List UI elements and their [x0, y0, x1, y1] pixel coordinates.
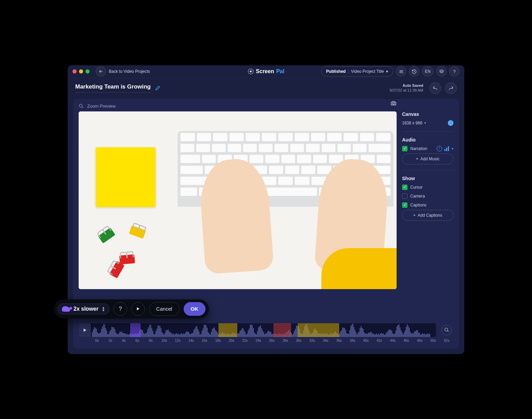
speed-label: 2x slower	[74, 306, 98, 312]
svg-point-15	[444, 328, 448, 331]
speed-toolbar: 2x slower ▲ ▼ ? Cancel OK	[54, 299, 209, 319]
layers-icon[interactable]	[436, 66, 447, 77]
plus-icon: +	[416, 157, 418, 161]
timeline-tick: 26s	[265, 339, 278, 342]
timeline-tick: 2s	[104, 339, 117, 342]
svg-point-10	[393, 103, 394, 104]
ok-button[interactable]: OK	[184, 302, 206, 316]
undo-button[interactable]	[429, 82, 441, 94]
timeline-tick: 22s	[238, 339, 252, 342]
info-icon[interactable]: !	[437, 146, 442, 151]
timeline-play-button[interactable]	[79, 323, 91, 337]
stepper-down-icon[interactable]: ▼	[102, 309, 105, 312]
screenshot-icon[interactable]	[390, 100, 397, 106]
language-button[interactable]: EN	[422, 66, 434, 77]
add-music-button[interactable]: + Add Music	[402, 153, 453, 164]
timeline-region-yellow[interactable]	[298, 323, 339, 337]
svg-marker-7	[439, 69, 443, 71]
window-maximize-button[interactable]	[85, 69, 90, 73]
svg-rect-12	[446, 148, 447, 151]
cancel-button[interactable]: Cancel	[149, 302, 179, 316]
canvas-dimensions-select[interactable]: 1638 x 986 ▾	[402, 120, 453, 126]
speed-selector[interactable]: 2x slower ▲ ▼	[57, 303, 109, 314]
back-label[interactable]: Back to Video Projects	[109, 69, 150, 74]
timeline-region-red[interactable]	[274, 323, 291, 337]
publish-title: Video Project Title	[351, 69, 384, 74]
edit-title-icon[interactable]	[155, 85, 160, 91]
cursor-label: Cursor	[410, 185, 423, 190]
toolbar-help-button[interactable]: ?	[114, 302, 127, 316]
timeline-region-yellow[interactable]	[218, 323, 238, 337]
svg-marker-17	[137, 307, 140, 310]
preview-sticky-note	[96, 147, 156, 207]
timeline-track[interactable]	[91, 323, 436, 337]
canvas-dimensions: 1638 x 986	[402, 121, 422, 125]
timeline[interactable]	[79, 323, 436, 337]
timeline-tick: 0s	[90, 339, 104, 342]
timeline-tick: 20s	[225, 339, 238, 342]
timeline-tick: 6s	[131, 339, 144, 342]
timeline-tick: 44s	[386, 339, 399, 342]
add-captions-label: Add Captions	[417, 213, 442, 218]
publish-dropdown[interactable]: Published: Video Project Title ▾	[321, 66, 393, 77]
redo-button[interactable]	[445, 82, 457, 94]
canvas-section: Canvas 1638 x 986 ▾	[402, 111, 453, 126]
topbar: Back to Video Projects ScreenPal Publish…	[68, 65, 464, 78]
captions-checkbox[interactable]: ✓	[402, 202, 408, 208]
timeline-tick: 14s	[184, 339, 198, 342]
chevron-down-icon[interactable]: ▾	[452, 147, 453, 150]
window-close-button[interactable]	[72, 69, 77, 73]
show-heading: Show	[402, 176, 453, 181]
plus-icon: +	[413, 213, 415, 218]
timeline-tick: 24s	[252, 339, 265, 342]
add-captions-button[interactable]: + Add Captions	[402, 210, 453, 221]
preview-clip	[119, 254, 135, 265]
video-preview[interactable]	[79, 111, 397, 289]
timeline-tick: 18s	[211, 339, 225, 342]
chevron-down-icon: ▾	[386, 69, 388, 74]
svg-marker-6	[402, 72, 403, 73]
window-minimize-button[interactable]	[79, 69, 83, 73]
help-icon[interactable]: ?	[449, 66, 460, 77]
cursor-checkbox[interactable]: ✓	[402, 185, 408, 190]
app-window: Back to Video Projects ScreenPal Publish…	[68, 65, 464, 354]
back-button[interactable]	[96, 66, 106, 77]
timeline-tick: 36s	[332, 339, 346, 342]
zoom-icon[interactable]	[79, 104, 84, 109]
playlist-icon[interactable]	[396, 66, 406, 77]
timeline-zoom-button[interactable]	[441, 325, 452, 335]
timeline-tick: 10s	[158, 339, 171, 342]
timeline-tick: 4s	[117, 339, 131, 342]
window-controls	[72, 69, 90, 73]
add-music-label: Add Music	[420, 157, 439, 161]
svg-marker-14	[83, 328, 86, 332]
timeline-tick: 48s	[413, 339, 426, 342]
timeline-section: 0s2s4s6s8s10s12s14s16s18s20s22s24s26s28s…	[79, 323, 453, 342]
svg-line-16	[447, 330, 449, 332]
preview-sleeve	[321, 248, 397, 289]
brand-text-a: Screen	[256, 68, 274, 75]
timeline-region-purple[interactable]	[130, 323, 141, 337]
speed-stepper[interactable]: ▲ ▼	[102, 306, 105, 312]
narration-checkbox[interactable]: ✓	[402, 146, 408, 151]
cancel-label: Cancel	[156, 306, 172, 312]
toolbar-play-button[interactable]	[131, 302, 145, 316]
svg-line-9	[82, 107, 83, 108]
timeline-tick: 16s	[198, 339, 211, 342]
timeline-tick: 38s	[346, 339, 359, 342]
publish-status: Published	[326, 69, 346, 74]
timeline-tick: 32s	[305, 339, 319, 342]
camera-label: Camera	[410, 194, 425, 199]
zoom-preview-label[interactable]: Zoom Preview	[87, 104, 116, 109]
history-icon[interactable]	[409, 66, 419, 77]
timeline-tick: 50s	[426, 339, 440, 342]
autosave-label: Auto Saved	[390, 83, 423, 88]
language-label: EN	[425, 69, 431, 74]
project-title: Marketing Team is Growing	[75, 83, 151, 93]
camera-checkbox[interactable]	[402, 193, 408, 199]
captions-label: Captions	[410, 203, 426, 207]
audio-section: Audio ✓ Narration ! ▾ +	[402, 137, 453, 164]
audio-levels-icon[interactable]	[444, 146, 450, 151]
brand-text-b: Pal	[276, 68, 284, 75]
canvas-color-swatch[interactable]	[448, 120, 453, 126]
